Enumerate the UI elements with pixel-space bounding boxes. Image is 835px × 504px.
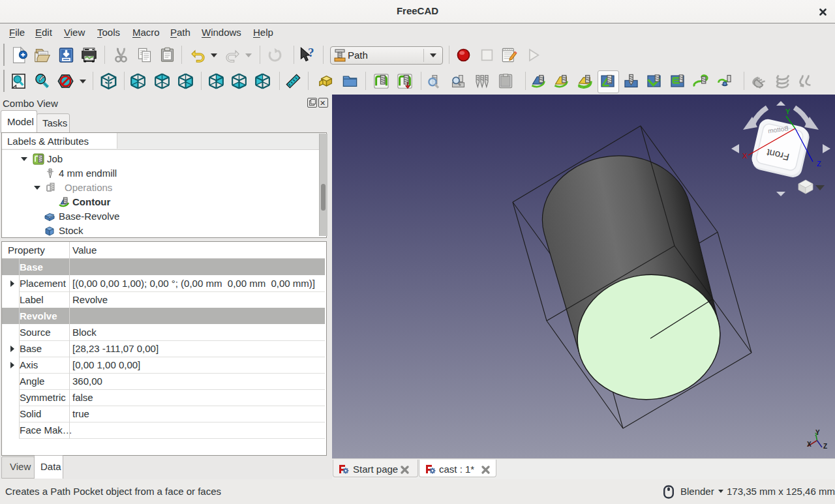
svg-text:X: X: [742, 152, 748, 160]
svg-text:Z: Z: [817, 160, 821, 168]
svg-text:Y: Y: [785, 108, 791, 115]
svg-text:Z: Z: [823, 443, 827, 450]
svg-text:X: X: [807, 441, 812, 448]
svg-text:?: ?: [308, 46, 314, 59]
svg-text:Y: Y: [815, 429, 820, 436]
